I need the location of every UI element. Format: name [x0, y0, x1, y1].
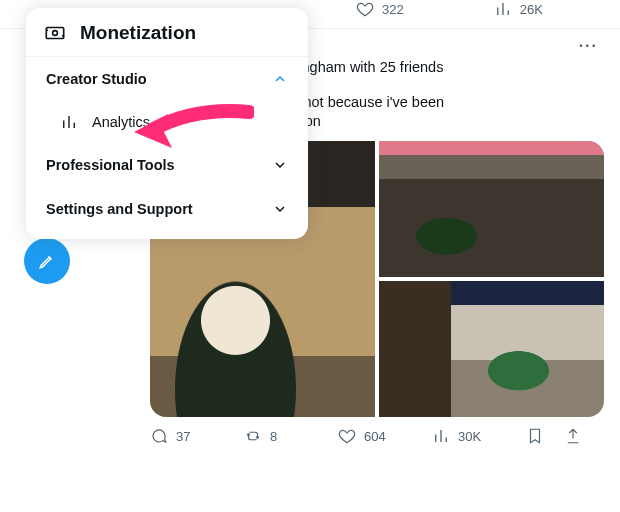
tweet1-view-count: 26K: [520, 2, 543, 17]
svg-point-1: [53, 31, 58, 36]
chevron-up-icon: [272, 71, 288, 87]
tweet2-image-2[interactable]: [379, 141, 604, 277]
menu-analytics[interactable]: Analytics: [26, 101, 308, 143]
heart-icon: [356, 0, 374, 18]
compose-tweet-button[interactable]: [24, 238, 70, 284]
menu-professional-tools[interactable]: Professional Tools: [26, 143, 308, 187]
menu-analytics-label: Analytics: [92, 114, 150, 130]
monetization-icon: [44, 22, 66, 44]
tweet1-like[interactable]: 322: [356, 0, 404, 18]
tweet1-like-count: 322: [382, 2, 404, 17]
analytics-icon: [60, 113, 78, 131]
menu-monetization[interactable]: Monetization: [26, 22, 308, 57]
menu-settings-support[interactable]: Settings and Support: [26, 187, 308, 231]
reply-icon: [150, 427, 168, 445]
tweet1-views[interactable]: 26K: [494, 0, 543, 18]
heart-icon: [338, 427, 356, 445]
menu-settings-support-label: Settings and Support: [46, 201, 193, 217]
menu-monetization-label: Monetization: [80, 22, 196, 44]
menu-creator-studio[interactable]: Creator Studio: [26, 57, 308, 101]
svg-rect-0: [46, 28, 63, 39]
tweet2-retweet-count: 8: [270, 429, 277, 444]
views-icon: [494, 0, 512, 18]
retweet-icon: [244, 427, 262, 445]
tweet2-like-count: 604: [364, 429, 386, 444]
bookmark-icon[interactable]: [526, 427, 544, 445]
more-menu: Monetization Creator Studio Analytics Pr…: [26, 8, 308, 239]
tweet2-image-3[interactable]: [379, 281, 604, 417]
tweet2-action-bar: 37 8 604 30K: [150, 427, 604, 449]
tweet2-reply[interactable]: 37: [150, 427, 244, 445]
tweet2-like[interactable]: 604: [338, 427, 432, 445]
tweet2-reply-count: 37: [176, 429, 190, 444]
tweet2-retweet[interactable]: 8: [244, 427, 338, 445]
share-icon[interactable]: [564, 427, 582, 445]
views-icon: [432, 427, 450, 445]
tweet2-view-count: 30K: [458, 429, 481, 444]
tweet2-views[interactable]: 30K: [432, 427, 526, 445]
menu-creator-studio-label: Creator Studio: [46, 71, 147, 87]
chevron-down-icon: [272, 157, 288, 173]
feather-icon: [38, 252, 56, 270]
chevron-down-icon: [272, 201, 288, 217]
menu-professional-tools-label: Professional Tools: [46, 157, 175, 173]
tweet2-more-button[interactable]: ···: [579, 37, 598, 55]
